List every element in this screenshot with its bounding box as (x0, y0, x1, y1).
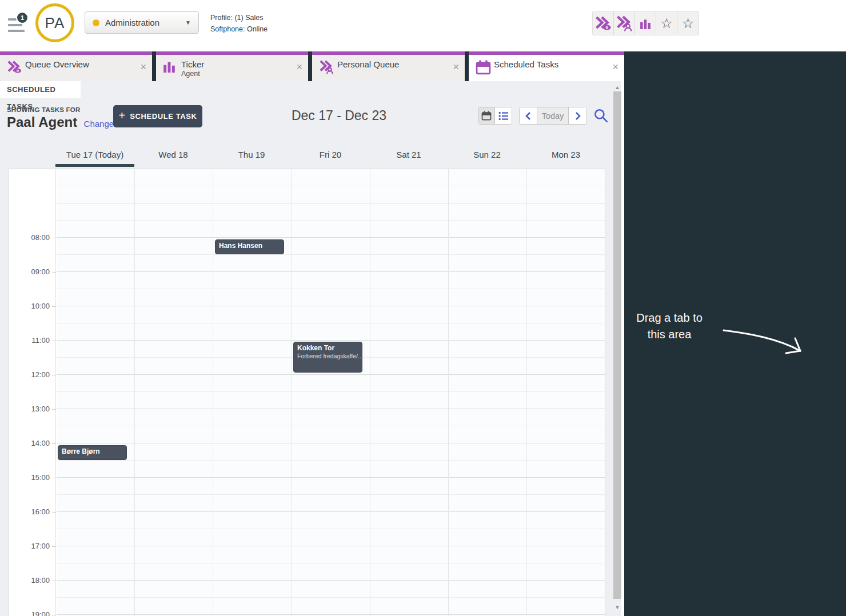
softphone-line: Softphone: Online (210, 23, 268, 35)
profile-info: Profile: (1) Sales Softphone: Online (210, 12, 268, 35)
status-dot-icon (93, 19, 99, 26)
curved-arrow-icon (721, 325, 813, 359)
close-icon[interactable]: × (296, 61, 302, 73)
ticker-icon (163, 60, 175, 73)
today-underline (55, 164, 134, 167)
day-header[interactable]: Thu 19 (212, 150, 291, 162)
quick-personal-queue-button[interactable] (614, 11, 635, 35)
time-label: 13:00 (9, 404, 50, 414)
plus-icon: + (118, 109, 125, 122)
scroll-up-arrow[interactable]: ▲ (613, 84, 621, 91)
next-week-button[interactable] (569, 107, 586, 124)
schedule-task-button[interactable]: + SCHEDULE TASK (113, 105, 202, 127)
tab-title: Personal Queue (337, 59, 399, 70)
showing-tasks-label: SHOWING TASKS FOR (7, 106, 80, 113)
event-title: Hans Hansen (219, 241, 280, 250)
menu-notification-badge: 1 (16, 11, 29, 24)
time-label: 15:00 (9, 473, 50, 483)
change-person-link[interactable]: Change (84, 119, 114, 129)
chevron-down-icon: ▼ (178, 19, 198, 26)
list-view-button[interactable] (495, 107, 512, 124)
tab-queue-overview[interactable]: Queue Overview × (0, 51, 152, 81)
personal-queue-icon (616, 15, 633, 31)
time-gutter: 08:00 09:00 10:00 11:00 12:00 13:00 14:0… (9, 169, 56, 616)
day-column[interactable] (292, 169, 370, 616)
previous-week-button[interactable] (520, 107, 537, 124)
date-range-label: Dec 17 - Dec 23 (256, 108, 422, 123)
scrollbar-thumb[interactable] (613, 91, 621, 599)
calendar-event[interactable]: Hans Hansen (215, 239, 284, 254)
queue-overview-icon (7, 60, 22, 74)
profile-dropdown[interactable]: Administration ▼ (85, 11, 199, 34)
time-label: 11:00 (9, 335, 50, 346)
tab-title: Scheduled Tasks (494, 59, 558, 70)
time-label: 12:00 (9, 370, 50, 380)
time-label: 08:00 (9, 233, 50, 243)
grid-columns[interactable]: Hans Hansen Kokken Tor Forbered fredagsk… (57, 169, 605, 616)
today-button[interactable]: Today (537, 107, 569, 124)
calendar-event[interactable]: Kokken Tor Forbered fredagskaffe/... (293, 342, 362, 373)
close-icon[interactable]: × (453, 61, 459, 73)
avatar[interactable]: PA (35, 3, 74, 42)
profile-dropdown-label: Administration (105, 18, 178, 27)
tab-subtitle: Agent (181, 70, 204, 78)
close-icon[interactable]: × (140, 61, 146, 73)
day-column[interactable] (213, 169, 292, 616)
tab-scheduled-tasks[interactable]: Scheduled Tasks × (469, 51, 624, 81)
day-header[interactable]: Sat 21 (369, 150, 448, 162)
scroll-down-arrow[interactable]: ▼ (613, 604, 621, 611)
calendar-view-button[interactable] (478, 107, 495, 124)
quick-launch-bar: ☆ ☆ (592, 11, 699, 35)
day-header[interactable]: Wed 18 (134, 150, 213, 162)
tab-title: Ticker (181, 59, 204, 70)
tab-strip: Queue Overview × Ticker Agent × Personal (0, 51, 624, 81)
section-label: SCHEDULED TASKS (0, 81, 81, 98)
close-icon[interactable]: × (612, 61, 618, 73)
profile-line: Profile: (1) Sales (210, 12, 268, 23)
tab-title: Queue Overview (25, 59, 89, 70)
week-navigation-group: Today (519, 107, 587, 125)
day-column[interactable] (135, 169, 213, 616)
day-header[interactable]: Sun 22 (448, 150, 526, 162)
event-title: Kokken Tor (297, 343, 358, 353)
time-label: 09:00 (9, 267, 50, 277)
time-label: 14:00 (9, 438, 50, 449)
favorite-button-2[interactable]: ☆ (677, 11, 699, 35)
star-icon: ☆ (660, 17, 673, 30)
day-column[interactable] (57, 169, 135, 616)
view-toggle-group (478, 107, 512, 125)
star-icon: ☆ (682, 17, 695, 30)
list-view-icon (498, 111, 509, 121)
day-header[interactable]: Mon 23 (526, 150, 605, 162)
tab-ticker[interactable]: Ticker Agent × (156, 51, 308, 81)
calendar-event[interactable]: Børre Bjørn (58, 445, 127, 460)
time-label: 19:00 (9, 610, 50, 616)
tab-drop-zone[interactable]: Drag a tab to this area (624, 51, 846, 616)
top-bar: 1 PA Administration ▼ Profile: (1) Sales… (0, 0, 846, 51)
event-title: Børre Bjørn (62, 447, 123, 456)
personal-queue-icon (319, 60, 334, 74)
day-column[interactable] (370, 169, 449, 616)
quick-queue-overview-button[interactable] (593, 11, 614, 35)
time-label: 18:00 (9, 575, 50, 586)
day-column[interactable] (527, 169, 605, 616)
calendar-view-icon (481, 111, 492, 121)
favorite-button[interactable]: ☆ (656, 11, 677, 35)
time-label: 16:00 (9, 507, 50, 517)
search-button[interactable] (593, 108, 608, 123)
search-icon (593, 108, 608, 123)
drop-zone-message: Drag a tab to this area (626, 310, 712, 343)
day-header-today[interactable]: Tue 17 (Today) (55, 150, 134, 162)
calendar-icon (476, 60, 491, 75)
time-label: 10:00 (9, 301, 50, 311)
scheduled-tasks-panel: SCHEDULED TASKS SHOWING TASKS FOR Paal A… (0, 81, 624, 616)
day-header[interactable]: Fri 20 (291, 150, 370, 162)
quick-ticker-button[interactable] (635, 11, 656, 35)
ticker-icon (640, 18, 651, 29)
time-label: 17:00 (9, 541, 50, 551)
queue-overview-icon (594, 15, 612, 31)
day-column[interactable] (449, 169, 527, 616)
week-grid[interactable]: 08:00 09:00 10:00 11:00 12:00 13:00 14:0… (8, 169, 605, 616)
tab-personal-queue[interactable]: Personal Queue × (312, 51, 465, 81)
event-subtitle: Forbered fredagskaffe/... (297, 353, 358, 360)
